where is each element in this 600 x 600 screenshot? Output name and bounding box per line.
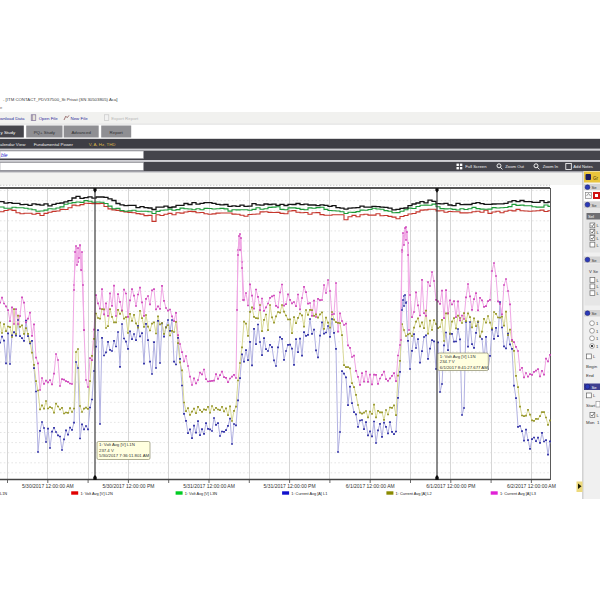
svg-text:Gr: Gr [593,176,599,181]
svg-text:Zoom Out: Zoom Out [505,164,524,169]
svg-text:alendar View: alendar View [0,142,26,147]
svg-text:1: Volt Avg [V] L2N: 1: Volt Avg [V] L2N [80,491,113,496]
svg-text:End: End [586,373,594,378]
svg-text:5/30/2017 12:00:00 AM: 5/30/2017 12:00:00 AM [22,483,74,489]
svg-text:Export Report: Export Report [111,116,139,121]
svg-text:PQ+ Study: PQ+ Study [34,130,56,135]
svg-text:1: Current Avg [A] L3: 1: Current Avg [A] L3 [500,491,536,496]
svg-text:1: Volt Avg [V] L3N: 1: Volt Avg [V] L3N [185,491,218,496]
svg-text:wnload Data: wnload Data [0,116,25,121]
svg-text:Se: Se [592,385,598,390]
svg-text:L1N: L1N [0,491,7,496]
svg-text:1: Volt Avg [V] L1N: 1: Volt Avg [V] L1N [440,354,476,359]
svg-text:Begin: Begin [586,364,598,369]
svg-text:Add Notes: Add Notes [573,164,593,169]
svg-text:Zoom In: Zoom In [543,164,559,169]
svg-text:- [ITM CONTACT_PDV37500_St Pri: - [ITM CONTACT_PDV37500_St Privat (SN 30… [3,97,118,102]
svg-text:Advanced: Advanced [71,130,91,135]
svg-text:237.4 V: 237.4 V [99,448,114,453]
svg-text:5/31/2017 12:00:00 PM: 5/31/2017 12:00:00 PM [264,483,316,489]
svg-text:6/1/2017 12:00:00 PM: 6/1/2017 12:00:00 PM [426,483,475,489]
svg-text:6/2/2017 12:00:00 AM: 6/2/2017 12:00:00 AM [507,483,556,489]
svg-text:Se: Se [592,185,598,190]
svg-text:Se: Se [592,203,598,208]
svg-text:1: Current Avg [A] L2: 1: Current Avg [A] L2 [396,491,432,496]
svg-text:5/30/2017 7:36:11.801 AM: 5/30/2017 7:36:11.801 AM [99,453,150,458]
svg-text:Sel: Sel [588,214,594,219]
svg-text:1: Current Avg [A] L1: 1: Current Avg [A] L1 [291,491,327,496]
svg-text:Full Screen: Full Screen [465,164,487,169]
svg-text:5/31/2017 12:00:00 AM: 5/31/2017 12:00:00 AM [183,483,235,489]
svg-text:Start: Start [586,403,596,408]
svg-text:V Se: V Se [589,269,599,274]
svg-text:New File: New File [71,116,89,121]
svg-text:1: Volt Avg [V] L1N: 1: Volt Avg [V] L1N [99,442,135,447]
svg-text:234.7 V: 234.7 V [440,359,455,364]
svg-text:5/30/2017 12:00:00 PM: 5/30/2017 12:00:00 PM [102,483,154,489]
svg-text:V, A, Hz, THD: V, A, Hz, THD [89,142,116,147]
svg-text:y Study: y Study [1,130,16,135]
svg-text:6/1/2017 8:41:27.677 AM: 6/1/2017 8:41:27.677 AM [440,365,488,370]
svg-text:6/1/2017 12:00:00 AM: 6/1/2017 12:00:00 AM [346,483,395,489]
svg-text:Report: Report [110,130,124,135]
svg-text:Open File: Open File [39,116,59,121]
svg-text:ble: ble [1,153,8,158]
svg-text:Fundamental Power: Fundamental Power [34,142,74,147]
svg-text:Mon: Mon [586,420,595,425]
svg-text:Se: Se [592,311,598,316]
svg-text:Se: Se [592,258,598,263]
